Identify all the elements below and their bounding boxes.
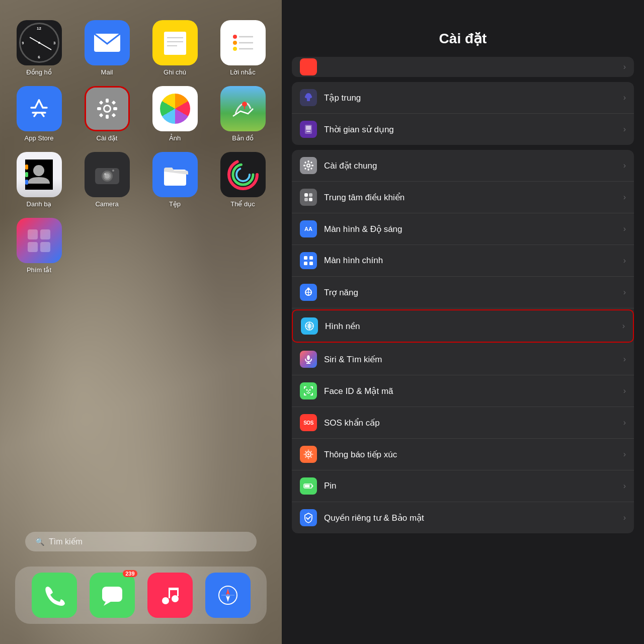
svg-point-101	[304, 454, 305, 455]
svg-point-95	[309, 389, 311, 391]
svg-rect-20	[111, 113, 115, 117]
app-notes[interactable]: Ghi chú	[146, 20, 204, 76]
settings-item-siri[interactable]: Siri & Tìm kiếm ›	[292, 344, 634, 375]
app-settings[interactable]: Cài đặt	[78, 86, 136, 142]
sos-chevron: ›	[623, 418, 626, 427]
settings-item-accessibility[interactable]: Trợ năng ›	[292, 277, 634, 308]
homescreen-icon	[300, 252, 317, 269]
app-icon-contacts	[17, 152, 62, 197]
settings-item-display[interactable]: AA Màn hình & Độ sáng ›	[292, 213, 634, 245]
app-icon-camera	[85, 152, 130, 197]
dock-messages[interactable]: 239	[90, 573, 135, 618]
dock-safari[interactable]	[205, 573, 251, 618]
settings-item-focus[interactable]: Tập trung ›	[292, 82, 634, 114]
settings-item-sos[interactable]: SOS SOS khẩn cấp ›	[292, 407, 634, 439]
app-photos[interactable]: Ảnh	[146, 86, 204, 142]
app-label-fitness: Thể dục	[230, 200, 255, 208]
svg-point-60	[307, 165, 309, 167]
svg-point-99	[308, 450, 309, 451]
siri-label: Siri & Tìm kiếm	[324, 354, 619, 365]
svg-point-104	[310, 451, 312, 452]
svg-point-98	[307, 453, 309, 455]
app-grid-row3: Danh bạ Camera	[10, 152, 272, 208]
app-reminders[interactable]: Lời nhắc	[214, 20, 272, 76]
svg-rect-42	[40, 242, 50, 252]
svg-rect-109	[305, 485, 310, 488]
app-label-files: Tệp	[169, 200, 181, 208]
svg-point-12	[105, 106, 110, 111]
settings-item-battery[interactable]: Pin ›	[292, 470, 634, 502]
svg-rect-49	[177, 588, 179, 596]
settings-group-2: Cài đặt chung › Trung tâm điều khiển ›	[292, 150, 634, 533]
svg-point-7	[233, 41, 237, 45]
battery-icon	[300, 477, 317, 495]
svg-point-100	[308, 458, 309, 459]
dock: 239	[15, 567, 267, 624]
app-files[interactable]: Tệp	[146, 152, 204, 208]
settings-item-faceid[interactable]: Face ID & Mật mã ›	[292, 375, 634, 407]
app-label-notes: Ghi chú	[164, 68, 186, 76]
svg-rect-63	[303, 165, 305, 167]
wallpaper-label: Hình nền	[325, 321, 618, 332]
search-bar[interactable]: 🔍 Tìm kiếm	[25, 532, 257, 551]
privacy-icon	[300, 509, 317, 526]
svg-rect-65	[304, 162, 306, 164]
exposure-label: Thông báo tiếp xúc	[324, 449, 619, 460]
settings-item-general[interactable]: Cài đặt chung ›	[292, 150, 634, 182]
partial-top-item[interactable]: ›	[292, 57, 634, 77]
svg-rect-57	[306, 126, 311, 130]
svg-rect-73	[304, 256, 307, 260]
svg-rect-74	[309, 256, 313, 260]
settings-item-homescreen[interactable]: Màn hình chính ›	[292, 245, 634, 277]
dock-icon-phone	[32, 573, 77, 618]
svg-rect-25	[25, 165, 28, 170]
homescreen-chevron: ›	[623, 256, 626, 265]
app-label-reminders: Lời nhắc	[230, 68, 256, 76]
app-appstore[interactable]: App Store	[10, 86, 68, 142]
search-icon: 🔍	[35, 537, 45, 546]
svg-rect-27	[25, 180, 28, 185]
app-label-appstore: App Store	[25, 134, 54, 142]
settings-item-screentime[interactable]: Thời gian sử dụng ›	[292, 114, 634, 145]
svg-rect-41	[28, 242, 38, 252]
svg-point-83	[307, 355, 310, 360]
focus-icon	[300, 89, 317, 106]
app-contacts[interactable]: Danh bạ	[10, 152, 68, 208]
wallpaper-icon	[301, 317, 318, 335]
svg-rect-43	[102, 587, 122, 602]
app-mail[interactable]: Mail	[78, 20, 136, 76]
settings-group-1: Tập trung › Thời gian sử dụng ›	[292, 82, 634, 145]
focus-chevron: ›	[623, 93, 626, 102]
screentime-label: Thời gian sử dụng	[324, 124, 619, 135]
svg-rect-26	[25, 172, 28, 177]
app-camera[interactable]: Camera	[78, 152, 136, 208]
homescreen-label: Màn hình chính	[324, 256, 619, 266]
svg-point-23	[33, 165, 44, 176]
svg-rect-76	[309, 262, 313, 265]
settings-item-wallpaper[interactable]: Hình nền ›	[292, 309, 634, 343]
app-clock[interactable]: 12 6 3 9 Đồng hồ	[10, 20, 68, 76]
svg-point-32	[104, 173, 106, 175]
general-chevron: ›	[623, 161, 626, 170]
app-maps[interactable]: Bản đồ	[214, 86, 272, 142]
settings-item-privacy[interactable]: Quyền riêng tư & Bảo mật ›	[292, 502, 634, 533]
screentime-icon	[300, 121, 317, 138]
dock-icon-safari	[205, 573, 251, 618]
app-label-photos: Ảnh	[169, 134, 181, 142]
settings-item-exposure[interactable]: Thông báo tiếp xúc ›	[292, 439, 634, 470]
dock-phone[interactable]	[32, 573, 77, 618]
settings-item-control[interactable]: Trung tâm điều khiển ›	[292, 182, 634, 213]
app-icon-files	[152, 152, 198, 197]
svg-rect-15	[97, 107, 101, 110]
app-label-camera: Camera	[95, 200, 118, 208]
svg-point-34	[112, 170, 114, 172]
app-shortcuts[interactable]: Phím tắt	[10, 218, 68, 274]
svg-rect-108	[312, 486, 313, 487]
app-fitness[interactable]: Thể dục	[214, 152, 272, 208]
app-grid-row4: Phím tắt	[10, 218, 272, 274]
svg-rect-66	[310, 162, 312, 164]
dock-music[interactable]	[147, 573, 193, 618]
partial-chevron: ›	[623, 62, 626, 71]
svg-point-106	[310, 456, 312, 458]
svg-rect-19	[99, 113, 103, 117]
